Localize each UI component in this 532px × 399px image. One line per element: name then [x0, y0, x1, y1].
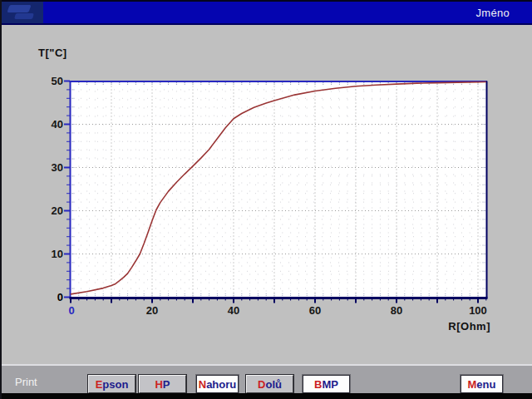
window-title: Jméno	[475, 7, 510, 19]
y-tick-label: 0	[57, 291, 63, 303]
hotkey-letter: H	[155, 378, 162, 391]
button-label: olů	[265, 378, 282, 391]
x-tick-label: 80	[391, 304, 402, 317]
bottom-strip	[0, 393, 532, 399]
x-tick-label: 20	[146, 304, 158, 317]
logo-mark	[14, 13, 34, 19]
chart-plot: 01020304050020406080100	[0, 25, 532, 364]
hotkey-letter: B	[314, 378, 322, 391]
x-tick-label: 100	[469, 304, 487, 317]
button-menu[interactable]: Menu	[461, 375, 503, 393]
print-label: Print	[15, 376, 37, 388]
button-epson[interactable]: Epson	[88, 375, 135, 393]
chart-canvas: T["C] 01020304050020406080100 R[Ohm]	[0, 25, 532, 364]
screen-left-edge	[0, 0, 2, 399]
x-axis-title: R[Ohm]	[391, 320, 490, 332]
button-nahoru[interactable]: Nahoru	[196, 375, 239, 393]
hotkey-letter: M	[468, 378, 477, 391]
logo-mark	[7, 5, 31, 12]
y-tick-label: 40	[52, 118, 63, 131]
hotkey-letter: D	[258, 378, 265, 391]
app-logo	[0, 2, 43, 23]
button-label: enu	[476, 378, 495, 391]
y-tick-label: 50	[52, 75, 63, 87]
button-dolů[interactable]: Dolů	[246, 375, 293, 393]
button-bmp[interactable]: BMP	[303, 375, 350, 393]
title-bar: Jméno	[0, 0, 532, 25]
x-tick-label: 60	[309, 304, 321, 317]
status-bar: Print EpsonHPNahoruDolůBMPMenu	[0, 364, 532, 394]
x-tick-label: 0	[68, 304, 74, 317]
button-label: pson	[102, 378, 128, 391]
y-tick-label: 30	[52, 161, 63, 174]
button-label: P	[163, 378, 170, 391]
x-tick-label: 40	[228, 304, 239, 317]
hotkey-letter: E	[96, 378, 103, 391]
button-label: ahoru	[206, 378, 236, 391]
y-tick-label: 10	[52, 248, 63, 260]
button-hp[interactable]: HP	[139, 375, 186, 393]
y-tick-label: 20	[52, 204, 63, 217]
button-label: MP	[322, 378, 338, 391]
app-screen: Jméno T["C] 01020304050020406080100 R[Oh…	[0, 0, 532, 399]
toolbar-buttons: EpsonHPNahoruDolůBMPMenu	[88, 375, 503, 393]
hotkey-letter: N	[199, 378, 206, 391]
